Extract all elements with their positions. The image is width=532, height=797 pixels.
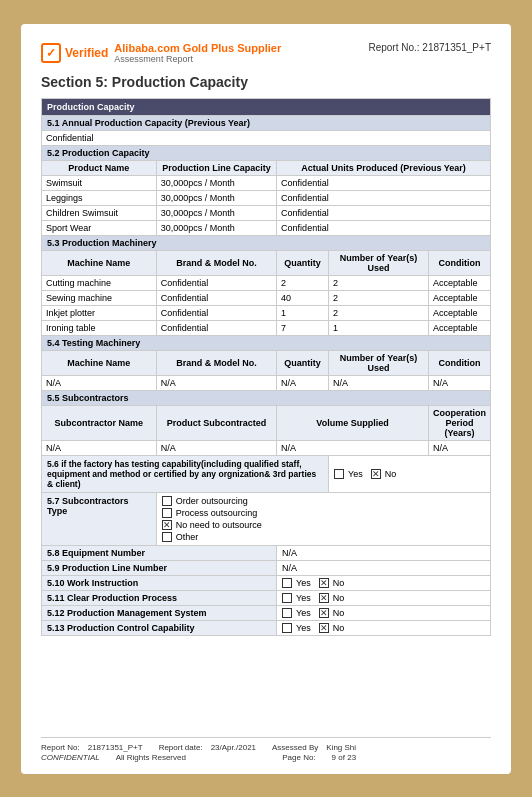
s513-yes-checkbox[interactable] (282, 623, 292, 633)
s59-value: N/A (277, 560, 491, 575)
footer-confidential: CONFIDENTIAL (41, 753, 100, 762)
s55-col-header-row: Subcontractor Name Product Subcontracted… (42, 405, 491, 440)
s52-col-actual: Actual Units Produced (Previous Year) (277, 160, 491, 175)
s53-col-machine: Machine Name (42, 250, 157, 275)
s511-value: Yes No (277, 590, 491, 605)
s51-value-row: Confidential (42, 130, 491, 145)
s511-no-option: No (319, 593, 345, 603)
s53-row-1: Sewing machine Confidential 40 2 Accepta… (42, 290, 491, 305)
s52-col-capacity: Production Line Capacity (156, 160, 276, 175)
section-title: Section 5: Production Capacity (41, 74, 491, 90)
s511-yes-checkbox[interactable] (282, 593, 292, 603)
s53-col-condition: Condition (428, 250, 490, 275)
s56-yes-checkbox[interactable] (334, 469, 344, 479)
s512-yes-checkbox[interactable] (282, 608, 292, 618)
s59-label: 5.9 Production Line Number (42, 560, 277, 575)
verified-text: Verified (65, 46, 108, 60)
s52-product-2: Children Swimsuit (42, 205, 157, 220)
s57-checkbox-0[interactable] (162, 496, 172, 506)
s58-row: 5.8 Equipment Number N/A (42, 545, 491, 560)
s58-value: N/A (277, 545, 491, 560)
s53-machine-2: Inkjet plotter (42, 305, 157, 320)
s513-yes-label: Yes (296, 623, 311, 633)
s52-capacity-2: 30,000pcs / Month (156, 205, 276, 220)
s510-no-label: No (333, 578, 345, 588)
section-header-row: Production Capacity (42, 98, 491, 115)
s58-label: 5.8 Equipment Number (42, 545, 277, 560)
s510-label: 5.10 Work Instruction (42, 575, 277, 590)
s52-header: 5.2 Production Capacity (42, 145, 491, 160)
s53-brand-3: Confidential (156, 320, 276, 335)
s512-no-checkbox[interactable] (319, 608, 329, 618)
s57-option-label-1: Process outsourcing (176, 508, 258, 518)
s56-row: 5.6 if the factory has testing capabilit… (42, 455, 491, 492)
s53-col-qty: Quantity (277, 250, 329, 275)
s51-header: 5.1 Annual Production Capacity (Previous… (42, 115, 491, 130)
s513-no-option: No (319, 623, 345, 633)
s54-col-years: Number of Year(s) Used (329, 350, 429, 375)
s510-yes-option: Yes (282, 578, 311, 588)
s53-years-0: 2 (329, 275, 429, 290)
s513-row: 5.13 Production Control Capability Yes N… (42, 620, 491, 635)
footer-row-2: CONFIDENTIAL All Rights Reserved Page No… (41, 753, 356, 762)
s57-checkbox-1[interactable] (162, 508, 172, 518)
verified-badge: ✓ Verified (41, 43, 108, 63)
s57-options: Order outsourcing Process outsourcing No… (156, 492, 490, 545)
s512-no-option: No (319, 608, 345, 618)
s510-yes-checkbox[interactable] (282, 578, 292, 588)
s53-qty-3: 7 (277, 320, 329, 335)
s513-no-checkbox[interactable] (319, 623, 329, 633)
s59-row: 5.9 Production Line Number N/A (42, 560, 491, 575)
s511-no-checkbox[interactable] (319, 593, 329, 603)
s511-label: 5.11 Clear Production Process (42, 590, 277, 605)
s52-col-header-row: Product Name Production Line Capacity Ac… (42, 160, 491, 175)
s52-row-3: Sport Wear 30,000pcs / Month Confidentia… (42, 220, 491, 235)
s53-qty-1: 40 (277, 290, 329, 305)
s513-yes-option: Yes (282, 623, 311, 633)
s53-condition-2: Acceptable (428, 305, 490, 320)
header: ✓ Verified Alibaba.com Gold Plus Supplie… (41, 42, 491, 64)
report-no: Report No.: 21871351_P+T (368, 42, 491, 53)
s53-row-0: Cutting machine Confidential 2 2 Accepta… (42, 275, 491, 290)
main-table: Production Capacity 5.1 Annual Productio… (41, 98, 491, 636)
s53-row-2: Inkjet plotter Confidential 1 2 Acceptab… (42, 305, 491, 320)
s511-yes-option: Yes (282, 593, 311, 603)
s56-no-checkbox[interactable] (371, 469, 381, 479)
s512-no-label: No (333, 608, 345, 618)
verified-icon: ✓ (41, 43, 61, 63)
s57-option-1: Process outsourcing (162, 508, 485, 518)
s57-label: 5.7 Subcontractors Type (42, 492, 157, 545)
s53-machine-3: Ironing table (42, 320, 157, 335)
s510-no-checkbox[interactable] (319, 578, 329, 588)
logo-area: ✓ Verified Alibaba.com Gold Plus Supplie… (41, 42, 281, 64)
s53-qty-0: 2 (277, 275, 329, 290)
s52-col-product: Product Name (42, 160, 157, 175)
s55-col-period: Cooperation Period (Years) (428, 405, 490, 440)
s52-capacity-3: 30,000pcs / Month (156, 220, 276, 235)
s55-product-0: N/A (156, 440, 276, 455)
s53-brand-1: Confidential (156, 290, 276, 305)
s53-condition-3: Acceptable (428, 320, 490, 335)
s57-option-label-3: Other (176, 532, 199, 542)
s513-label: 5.13 Production Control Capability (42, 620, 277, 635)
footer-assessed-by-value: King Shi (326, 743, 356, 752)
s53-condition-1: Acceptable (428, 290, 490, 305)
s52-row-1: Leggings 30,000pcs / Month Confidential (42, 190, 491, 205)
s53-qty-2: 1 (277, 305, 329, 320)
s54-row-0: N/A N/A N/A N/A N/A (42, 375, 491, 390)
s54-col-qty: Quantity (277, 350, 329, 375)
s53-header: 5.3 Production Machinery (42, 235, 491, 250)
s55-volume-0: N/A (277, 440, 429, 455)
s510-yes-label: Yes (296, 578, 311, 588)
s511-no-label: No (333, 593, 345, 603)
s52-actual-0: Confidential (277, 175, 491, 190)
s54-years-0: N/A (329, 375, 429, 390)
s57-checkbox-3[interactable] (162, 532, 172, 542)
s55-header-row: 5.5 Subcontractors (42, 390, 491, 405)
s53-machine-0: Cutting machine (42, 275, 157, 290)
s510-no-option: No (319, 578, 345, 588)
s53-brand-2: Confidential (156, 305, 276, 320)
s54-condition-0: N/A (428, 375, 490, 390)
s57-checkbox-2[interactable] (162, 520, 172, 530)
footer-report-no-value: 21871351_P+T (88, 743, 143, 752)
